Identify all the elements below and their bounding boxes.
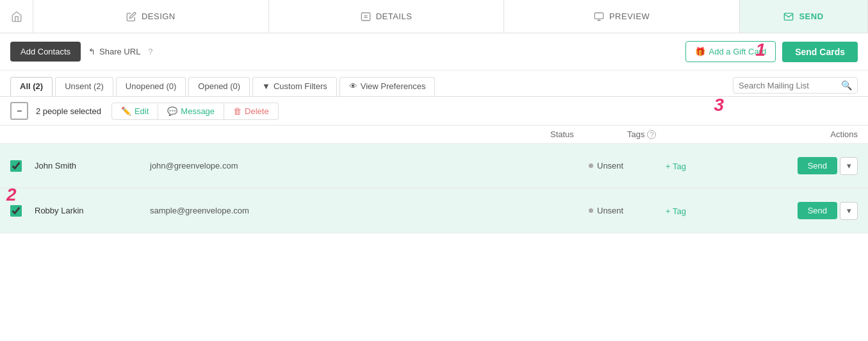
selected-count-label: 2 people selected xyxy=(36,106,101,116)
delete-label: Delete xyxy=(245,106,269,116)
delete-selected-button[interactable]: 🗑 Delete xyxy=(224,103,279,120)
contact-status: Unsent xyxy=(589,161,666,170)
contact-actions: Send ▾ xyxy=(794,202,858,220)
share-url-button[interactable]: ↰ Share URL xyxy=(88,47,140,56)
svg-rect-0 xyxy=(361,13,370,21)
row-expand-button[interactable]: ▾ xyxy=(840,202,858,220)
row-send-button[interactable]: Send xyxy=(798,202,837,219)
contact-status: Unsent xyxy=(589,206,666,215)
chevron-down-icon: ▾ xyxy=(847,206,851,215)
gift-icon: 🎁 xyxy=(695,47,705,56)
table-header: Status Tags ? Actions xyxy=(0,126,868,144)
contact-tags: + Tag xyxy=(666,206,794,216)
row-send-button[interactable]: Send xyxy=(798,157,837,174)
share-help-icon[interactable]: ? xyxy=(148,47,152,56)
col-header-tags: Tags ? xyxy=(627,129,755,139)
add-gift-card-button[interactable]: 🎁 Add a Gift Card xyxy=(685,41,776,62)
tab-design[interactable]: DESIGN xyxy=(33,0,269,33)
row-checkbox[interactable] xyxy=(10,160,22,172)
filter-tab-all[interactable]: All (2) xyxy=(10,77,53,96)
design-icon xyxy=(126,12,136,22)
filter-tab-custom[interactable]: ▼ Custom Filters xyxy=(252,77,337,96)
contact-email: john@greenvelope.com xyxy=(150,161,310,170)
tab-send[interactable]: SEND xyxy=(740,0,868,33)
filter-tab-opened[interactable]: Opened (0) xyxy=(188,77,250,96)
delete-icon: 🗑 xyxy=(233,106,242,116)
table-row: John Smith john@greenvelope.com Unsent +… xyxy=(0,144,868,188)
svg-rect-3 xyxy=(594,13,603,19)
share-arrow-icon: ↰ xyxy=(88,47,95,56)
row-expand-button[interactable]: ▾ xyxy=(840,157,858,175)
filter-tab-unsent[interactable]: Unsent (2) xyxy=(55,77,113,96)
tab-details-label: DETAILS xyxy=(376,12,413,21)
edit-label: Edit xyxy=(135,106,149,116)
filter-tab-view[interactable]: 👁 View Preferences xyxy=(340,77,436,96)
send-cards-button[interactable]: Send Cards xyxy=(782,42,858,62)
message-selected-button[interactable]: 💬 Message xyxy=(158,103,224,120)
status-dot xyxy=(589,208,593,213)
filter-bar: All (2) Unsent (2) Unopened (0) Opened (… xyxy=(0,71,868,97)
tab-preview[interactable]: PREVIEW xyxy=(504,0,740,33)
col-header-actions: Actions xyxy=(755,129,858,139)
add-gift-label: Add a Gift Card xyxy=(709,47,767,56)
contact-actions: Send ▾ xyxy=(794,157,858,175)
tab-design-label: DESIGN xyxy=(142,12,176,21)
tab-send-label: SEND xyxy=(799,12,823,21)
message-icon: 💬 xyxy=(167,106,177,116)
toolbar-right: 🎁 Add a Gift Card Send Cards xyxy=(685,41,858,62)
top-nav: DESIGN DETAILS PREVIEW SEND xyxy=(0,0,868,33)
toolbar: Add Contacts ↰ Share URL ? 3 🎁 Add a Gif… xyxy=(0,33,868,71)
filter-icon: ▼ xyxy=(262,81,270,91)
add-tag-button[interactable]: + Tag xyxy=(666,162,686,171)
table-row: Robby Larkin sample@greenvelope.com Unse… xyxy=(0,188,868,233)
row-checkbox[interactable] xyxy=(10,205,22,217)
share-url-label: Share URL xyxy=(99,47,140,56)
status-dot xyxy=(589,163,593,168)
contact-tags: + Tag xyxy=(666,161,794,171)
tab-preview-label: PREVIEW xyxy=(609,12,650,21)
contact-name: Robby Larkin xyxy=(35,206,150,215)
deselect-all-button[interactable]: − xyxy=(10,102,28,120)
eye-icon: 👁 xyxy=(349,81,357,91)
edit-icon: ✏️ xyxy=(121,106,131,116)
contact-email: sample@greenvelope.com xyxy=(150,206,310,215)
contacts-list: John Smith john@greenvelope.com Unsent +… xyxy=(0,144,868,233)
edit-selected-button[interactable]: ✏️ Edit xyxy=(111,103,158,120)
contact-name: John Smith xyxy=(35,161,150,170)
tab-details[interactable]: DETAILS xyxy=(269,0,505,33)
home-icon xyxy=(11,11,22,22)
home-nav-button[interactable] xyxy=(0,0,33,33)
filter-tab-unopened[interactable]: Unopened (0) xyxy=(116,77,186,96)
search-mailing-container: 🔍 xyxy=(733,77,858,94)
selection-bar: − 2 people selected ✏️ Edit 💬 Message 🗑 … xyxy=(0,97,868,126)
message-label: Message xyxy=(181,106,215,116)
col-header-status: Status xyxy=(550,129,627,139)
search-icon: 🔍 xyxy=(841,80,852,90)
add-tag-button[interactable]: + Tag xyxy=(666,206,686,216)
tags-help-icon[interactable]: ? xyxy=(647,130,656,139)
minus-icon: − xyxy=(17,106,22,116)
details-icon xyxy=(361,12,371,22)
preview-icon xyxy=(594,12,604,22)
add-contacts-button[interactable]: Add Contacts xyxy=(10,42,81,62)
search-mailing-input[interactable] xyxy=(739,81,841,90)
chevron-down-icon: ▾ xyxy=(847,161,851,170)
send-icon xyxy=(783,12,794,22)
